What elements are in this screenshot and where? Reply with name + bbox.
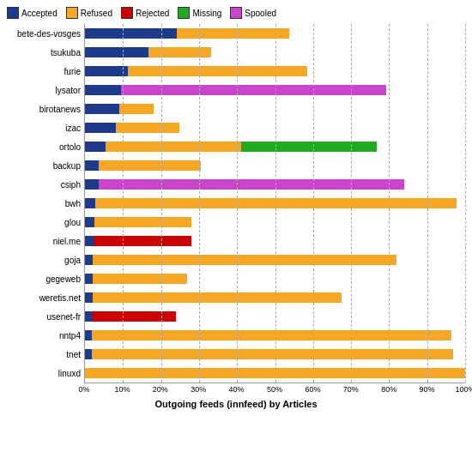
- y-axis-label: tnet: [7, 345, 81, 364]
- bars-and-grid: 1262103070970920054862968408387387719342…: [84, 24, 465, 397]
- refused-segment: [95, 198, 457, 208]
- bar-segments: [85, 179, 465, 190]
- chart-container: AcceptedRefusedRejectedMissingSpooled be…: [0, 0, 472, 476]
- x-tick-label: 60%: [305, 385, 320, 394]
- accepted-segment: [85, 198, 95, 208]
- y-axis-label: nntp4: [7, 326, 81, 345]
- refused-segment: [148, 47, 212, 57]
- refused-segment: [85, 368, 465, 378]
- y-axis-labels: bete-des-vosgestsukubafurielysatorbirota…: [7, 24, 84, 383]
- legend-label: Refused: [81, 9, 112, 18]
- y-axis-label: lysator: [7, 81, 81, 99]
- refused-segment: [128, 66, 306, 76]
- grid-line: [465, 24, 466, 383]
- x-tick-label: 30%: [191, 385, 206, 394]
- x-tick-label: 50%: [267, 385, 282, 394]
- accepted-segment: [85, 123, 116, 133]
- legend-item: Refused: [66, 7, 112, 19]
- accepted-segment: [85, 349, 92, 359]
- accepted-segment: [85, 217, 94, 227]
- bar-segments: [85, 368, 465, 378]
- y-axis-label: gegeweb: [7, 269, 81, 288]
- accepted-segment: [85, 236, 94, 246]
- y-axis-label: csiph: [7, 175, 81, 194]
- y-axis-label: bete-des-vosges: [7, 24, 81, 43]
- bar-segments: [85, 47, 465, 57]
- bar-row: 105984: [85, 269, 465, 288]
- accepted-segment: [85, 179, 99, 190]
- refused-segment: [93, 274, 187, 284]
- y-axis-label: tsukuba: [7, 43, 81, 62]
- bar-segments: [85, 85, 465, 95]
- legend-label: Rejected: [136, 9, 169, 18]
- bar-segments: [85, 198, 465, 208]
- bar-row: 3427152: [85, 175, 465, 194]
- rejected-segment: [94, 236, 192, 246]
- missing-segment: [241, 142, 377, 152]
- bar-segments: [85, 123, 465, 133]
- legend-item: Accepted: [7, 7, 57, 19]
- bar-row: 403380: [85, 326, 465, 345]
- bar-row: 387387: [85, 99, 465, 118]
- bar-segments: [85, 349, 465, 359]
- refused-segment: [93, 292, 342, 303]
- bar-segments: [85, 66, 465, 76]
- bar-segments: [85, 311, 465, 322]
- accepted-segment: [85, 28, 177, 39]
- bar-segments: [85, 160, 465, 171]
- x-tick-label: 90%: [420, 385, 435, 394]
- bar-segments: [85, 217, 465, 227]
- rejected-segment: [93, 311, 177, 322]
- bar-row: 2005486: [85, 62, 465, 81]
- bar-row: 2968408: [85, 81, 465, 99]
- y-axis-label: birotanews: [7, 99, 81, 118]
- spooled-segment: [99, 179, 404, 190]
- refused-segment: [92, 330, 451, 340]
- x-tick-label: 80%: [381, 385, 396, 394]
- accepted-segment: [85, 255, 93, 265]
- x-tick-label: 10%: [114, 385, 130, 394]
- refused-segment: [99, 160, 201, 171]
- legend-color: [178, 7, 190, 19]
- y-axis-label: goja: [7, 250, 81, 269]
- accepted-segment: [85, 311, 93, 322]
- y-axis-label: backup: [7, 156, 81, 175]
- legend-label: Accepted: [21, 9, 57, 18]
- y-axis-label: furie: [7, 62, 81, 81]
- refused-segment: [119, 104, 154, 114]
- bar-segments: [85, 255, 465, 265]
- bar-row: 340688: [85, 250, 465, 269]
- accepted-segment: [85, 85, 121, 95]
- bar-row: 719342: [85, 118, 465, 137]
- bar-row: 42650-: [85, 364, 465, 383]
- bar-segments: [85, 28, 465, 39]
- y-axis-label: weretis.net: [7, 288, 81, 307]
- bar-segments: [85, 330, 465, 340]
- spooled-segment: [121, 85, 385, 95]
- bar-row: 94083: [85, 307, 465, 326]
- x-tick-label: 70%: [343, 385, 359, 394]
- chart-area: bete-des-vosgestsukubafurielysatorbirota…: [7, 24, 465, 397]
- bar-row: 4056114: [85, 194, 465, 213]
- bar-row: 1524228: [85, 137, 465, 156]
- refused-segment: [106, 142, 241, 152]
- y-axis-label: usenet-fr: [7, 307, 81, 326]
- accepted-segment: [85, 142, 106, 152]
- legend-label: Spooled: [245, 9, 276, 18]
- refused-segment: [93, 255, 396, 265]
- legend-color: [230, 7, 242, 19]
- accepted-segment: [85, 104, 119, 114]
- refused-segment: [94, 217, 192, 227]
- bar-row: 709709: [85, 43, 465, 62]
- bar-row: 1145155: [85, 156, 465, 175]
- legend-color: [121, 7, 133, 19]
- legend-label: Missing: [192, 9, 221, 18]
- accepted-segment: [85, 66, 128, 76]
- x-tick-label: 0%: [78, 385, 89, 394]
- y-axis-label: linuxd: [7, 364, 81, 383]
- legend-color: [7, 7, 19, 19]
- bar-row: 279484: [85, 288, 465, 307]
- y-axis-label: glou: [7, 213, 81, 232]
- accepted-segment: [85, 292, 93, 303]
- y-axis-label: ortolo: [7, 137, 81, 156]
